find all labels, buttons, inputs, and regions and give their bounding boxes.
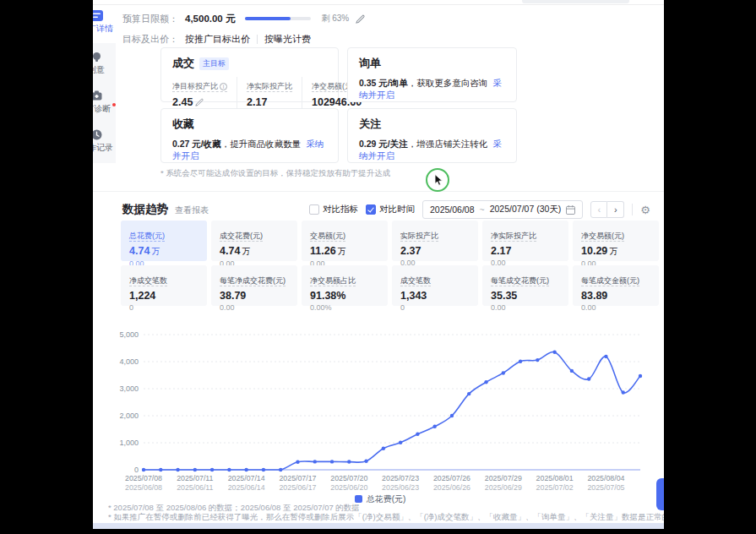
sidebar-item-label: 操作记录 [93,142,113,154]
tile-net-gmv-ratio[interactable]: 净交易额占比91.38%0.00% [302,265,388,306]
idea-icon [93,51,103,63]
trend-line-chart[interactable]: 01,0002,0003,0004,0005,0002025/07/082025… [108,323,652,497]
mouse-cursor [434,174,445,187]
y-axis-tick: 0 [134,466,139,474]
data-point-marker [159,468,162,471]
x-axis-tick-compare: 2025/06/29 [485,483,522,492]
diagnosis-icon [93,90,103,101]
card-title: 收藏 [172,117,194,132]
data-point-marker [330,460,334,463]
x-axis-tick-main: 2025/07/23 [382,474,419,482]
card-title: 关注 [359,117,381,132]
x-axis-tick-compare: 2025/06/08 [125,483,162,492]
data-point-marker [552,351,556,354]
data-point-marker [416,433,419,436]
sidebar-item-history[interactable]: 操作记录 [93,126,116,156]
x-axis-tick-compare: 2025/07/05 [587,483,624,492]
app-window: 推广详情 创意 推广诊断 [93,0,664,529]
data-point-marker [382,447,385,450]
x-axis-tick-compare: 2025/06/14 [228,483,265,492]
data-point-marker [399,440,402,444]
sidebar-item-label: 推广诊断 [93,103,116,115]
x-axis-tick-main: 2025/07/20 [330,474,367,482]
legend-swatch-total-cost [355,495,362,503]
tile-orders[interactable]: 成交笔数1,3430 [392,265,478,306]
left-sidebar: 推广详情 创意 推广诊断 [93,7,116,184]
deal-goal-card: 成交 主目标 净目标投产比i 2.45 净实际投产比 2.17 [160,47,339,102]
data-point-marker [279,468,282,471]
y-axis-tick: 1,000 [119,439,139,447]
floating-action-button[interactable] [656,478,664,510]
prev-period-button[interactable]: ‹ [590,201,607,218]
tile-cost-per-net-order[interactable]: 每笔净成交花费(元)38.790.00 [211,265,297,306]
letterboxed-stage: 推广详情 创意 推广诊断 [0,0,756,534]
budget-remaining: 剩 63% [321,13,349,25]
data-point-marker [536,358,539,362]
x-axis-tick-main: 2025/08/01 [536,474,574,482]
compare-metric-toggle[interactable]: 对比指标 [309,204,358,215]
bid-option-by-impression[interactable]: 按曝光计费 [264,33,311,46]
info-icon[interactable]: i [220,83,227,90]
data-point-marker [570,369,574,373]
x-axis-tick-main: 2025/08/04 [587,474,624,482]
sidebar-item-creative[interactable]: 创意 [93,48,116,79]
x-axis-tick-main: 2025/07/11 [177,474,213,482]
data-point-marker [227,468,231,471]
data-point-marker [142,468,145,471]
daily-budget-row: 预算日限额： 4,500.00 元 剩 63% [122,11,365,26]
data-point-marker [467,392,470,395]
data-point-marker [296,460,299,464]
data-point-marker [347,460,351,463]
x-axis-tick-compare: 2025/06/26 [433,483,470,492]
date-range-picker[interactable]: 2025/06/08 ~ 2025/07/07 (30天) [422,200,583,219]
tile-total-cost[interactable]: 总花费(元)4.74万0.00 [121,221,207,261]
budget-label: 预算日限额： [122,13,178,25]
compare-metric-checkbox[interactable] [309,204,319,215]
follow-goal-card: 关注 0.29 元/关注，增强店铺关注转化采纳并开启 [347,108,517,163]
tile-gmv[interactable]: 交易额(元)11.26万0.00 [302,221,388,261]
bid-option-by-goal[interactable]: 按推广目标出价 [185,33,250,46]
data-point-marker [432,425,436,428]
budget-progress-bar[interactable] [245,17,311,20]
primary-goal-badge: 主目标 [199,57,229,70]
date-end: 2025/07/07 (30天) [490,204,562,215]
sidebar-item-diagnosis[interactable]: 推广诊断 [93,87,116,117]
sidebar-item-promotion-detail[interactable]: 推广详情 [93,7,116,37]
x-axis-tick-main: 2025/07/08 [125,474,162,482]
y-axis-tick: 2,000 [119,411,139,420]
compare-time-toggle[interactable]: 对比时间 [366,204,415,215]
metric-net-actual-roi: 净实际投产比 2.17 [237,77,302,108]
y-axis-tick: 3,000 [119,384,139,393]
compare-time-checkbox[interactable] [366,204,376,215]
data-point-marker [210,468,214,471]
tile-amount-per-order[interactable]: 每笔成交金额(元)83.890.00 [573,265,659,306]
tile-net-orders[interactable]: 净成交笔数1,2240 [121,265,207,306]
tile-cost-per-order[interactable]: 每笔成交花费(元)35.350.00 [482,265,568,306]
tile-deal-cost[interactable]: 成交花费(元)4.74万0.00 [211,221,297,261]
horizontal-scrollbar[interactable] [93,523,664,529]
y-axis-tick: 4,000 [119,357,139,366]
chart-footnote-2: * 如果推广在暂停或删除前已经获得了曝光，那么在暂停或删除后展示「(净)交易额」… [108,512,664,523]
edit-budget-icon[interactable] [356,14,365,24]
data-point-marker [639,374,642,378]
clipped-toolbar-button [522,0,629,3]
x-axis-tick-main: 2025/07/14 [228,474,265,482]
favorite-goal-card: 收藏 0.27 元/收藏，提升商品收藏数量采纳并开启 [160,108,339,163]
tile-actual-roi[interactable]: 实际投产比2.370.00 [392,221,478,261]
data-point-marker [262,468,265,471]
goal-cards-grid: 成交 主目标 净目标投产比i 2.45 净实际投产比 2.17 [160,47,517,163]
x-axis-tick-compare: 2025/06/11 [177,483,213,492]
edit-roi-icon[interactable] [195,98,204,106]
data-point-marker [622,390,625,394]
next-period-button[interactable]: › [607,201,624,218]
notification-dot [112,103,116,106]
tile-net-gmv[interactable]: 净交易额(元)10.29万0.00 [573,221,659,261]
inquiry-goal-card: 询单 0.35 元/询单，获取更多意向咨询采纳并开启 [347,47,517,102]
gear-icon[interactable]: ⚙ [640,204,650,216]
sidebar-item-label: 创意 [93,64,105,76]
bidding-label: 目标及出价： [122,33,178,46]
metric-net-target-roi: 净目标投产比i 2.45 [172,77,237,108]
x-axis-tick-compare: 2025/06/23 [382,483,419,492]
view-report-link[interactable]: 查看报表 [175,204,209,216]
tile-net-actual-roi[interactable]: 净实际投产比2.170.00 [482,221,568,261]
